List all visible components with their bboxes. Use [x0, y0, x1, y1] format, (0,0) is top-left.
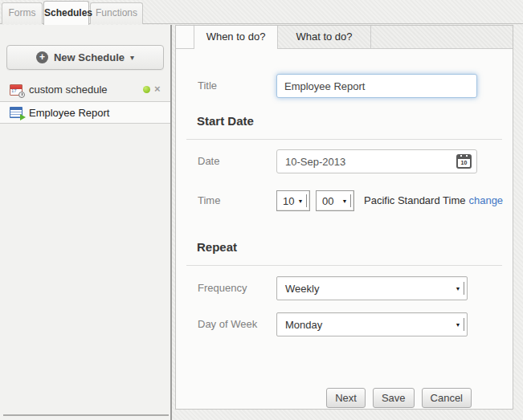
- title-input[interactable]: [276, 74, 477, 98]
- change-link[interactable]: change: [468, 194, 503, 206]
- title-label: Title: [198, 74, 217, 98]
- date-value: 10-Sep-2013: [285, 156, 345, 168]
- sidebar-bottom-border: [3, 414, 169, 416]
- frequency-value: Weekly: [277, 283, 452, 295]
- tab-what-to-do[interactable]: What to do?: [278, 26, 371, 48]
- top-tab-bar: Forms Schedules Functions: [0, 0, 523, 24]
- dropdown-arrow-icon: ▼: [295, 198, 306, 204]
- next-button[interactable]: Next: [326, 388, 366, 408]
- date-field[interactable]: 10-Sep-2013 10: [276, 149, 477, 173]
- divider: [186, 265, 502, 266]
- new-schedule-button[interactable]: + New Schedule ▾: [6, 45, 164, 70]
- list-item-employee-report[interactable]: Employee Report: [0, 101, 170, 124]
- green-arrow-icon: [20, 114, 26, 120]
- tab-functions[interactable]: Functions: [90, 2, 143, 24]
- section-heading-start-date: Start Date: [197, 114, 254, 128]
- new-schedule-label: New Schedule: [54, 51, 125, 63]
- tab-schedules[interactable]: Schedules: [43, 1, 89, 25]
- minute-select[interactable]: 00 ▼: [316, 190, 354, 211]
- dropdown-arrow-icon: ▼: [452, 322, 464, 328]
- panel-tab-bar: When to do? What to do?: [176, 26, 513, 49]
- day-of-week-label: Day of Week: [198, 312, 257, 336]
- list-item-label: Employee Report: [29, 107, 109, 119]
- report-icon: [10, 107, 22, 118]
- calendar-clock-icon: 17: [10, 84, 22, 96]
- dropdown-arrow-icon: ▼: [452, 286, 464, 292]
- hour-select[interactable]: 10 ▼: [276, 190, 310, 211]
- sidebar-divider: [170, 25, 172, 420]
- list-item-custom-schedule[interactable]: 17 custom schedule ×: [0, 78, 170, 101]
- tab-when-to-do[interactable]: When to do?: [194, 26, 278, 49]
- minute-value: 00: [317, 195, 339, 207]
- section-heading-repeat: Repeat: [197, 240, 237, 254]
- panel-tab-filler: [371, 26, 513, 48]
- calendar-icon[interactable]: 10: [456, 154, 472, 169]
- hour-value: 10: [277, 195, 295, 207]
- status-dot: [143, 86, 150, 93]
- plus-icon: +: [36, 51, 48, 63]
- sidebar: + New Schedule ▾ 17 custom schedule × Em…: [0, 25, 170, 420]
- date-label: Date: [198, 149, 219, 173]
- save-button[interactable]: Save: [373, 388, 415, 408]
- timezone-row: Pacific Standard Timechange: [364, 190, 503, 212]
- list-item-label: custom schedule: [29, 84, 108, 96]
- cancel-button[interactable]: Cancel: [422, 388, 472, 408]
- timezone-label: Pacific Standard Time: [364, 194, 465, 206]
- time-label: Time: [198, 190, 220, 212]
- frequency-select[interactable]: Weekly ▼: [276, 276, 468, 300]
- frequency-label: Frequency: [198, 276, 247, 300]
- tab-forms[interactable]: Forms: [2, 2, 43, 24]
- day-of-week-value: Monday: [277, 319, 452, 331]
- day-of-week-select[interactable]: Monday ▼: [276, 312, 468, 336]
- form-actions: Next Save Cancel: [326, 388, 472, 408]
- caret-down-icon: ▾: [130, 53, 134, 62]
- schedule-form-panel: When to do? What to do? Title Start Date…: [175, 25, 513, 410]
- close-icon[interactable]: ×: [154, 83, 161, 95]
- dropdown-arrow-icon: ▼: [339, 198, 350, 204]
- divider: [186, 139, 502, 140]
